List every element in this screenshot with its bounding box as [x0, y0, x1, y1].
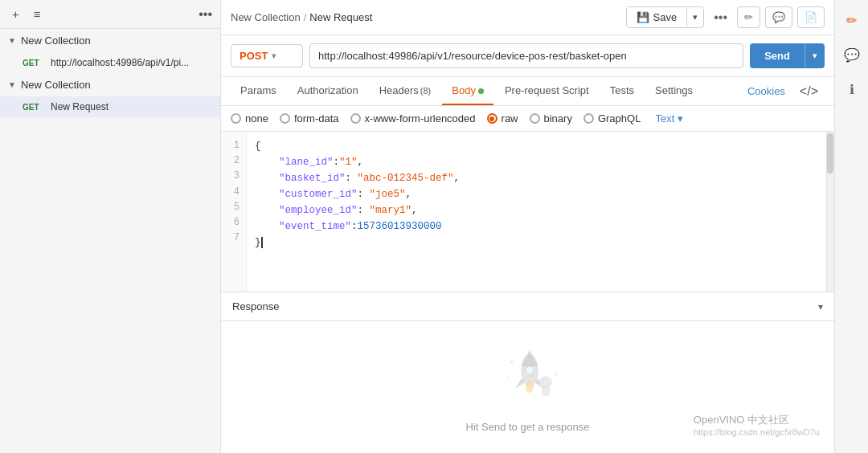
collection-2-name: New Collection — [21, 79, 91, 91]
topbar-dots-button[interactable]: ••• — [709, 7, 732, 28]
sidebar-item-new-request-label: New Request — [51, 101, 108, 112]
chevron-down-icon-2: ▼ — [8, 80, 16, 89]
send-button-group: Send ▾ — [750, 43, 825, 68]
tab-tests[interactable]: Tests — [600, 77, 644, 105]
response-expand-button[interactable]: ▾ — [818, 301, 823, 312]
body-option-raw-label: raw — [502, 112, 518, 124]
save-label: Save — [653, 11, 678, 23]
request-bar: POST ▾ Send ▾ — [221, 35, 834, 77]
collection-2-header[interactable]: ▼ New Collection — [0, 73, 220, 96]
comment-icon-button[interactable]: 💬 — [765, 6, 792, 28]
top-bar-actions: 💾 Save ▾ ••• ✏ 💬 📄 — [626, 6, 825, 28]
main-content: New Collection / New Request 💾 Save ▾ ••… — [221, 0, 834, 453]
response-label: Response — [232, 300, 280, 312]
body-format-select[interactable]: Text ▾ — [655, 112, 683, 124]
chevron-down-icon: ▼ — [8, 36, 16, 45]
body-option-form-data[interactable]: form-data — [280, 112, 339, 124]
collection-1: ▼ New Collection GET http://localhost:49… — [0, 29, 220, 73]
body-option-urlencoded[interactable]: x-www-form-urlencoded — [350, 112, 476, 124]
radio-binary — [530, 113, 540, 124]
body-dot — [478, 88, 484, 94]
sidebar: + ≡ ••• ▼ New Collection GET http://loca… — [0, 0, 221, 453]
method-label: POST — [240, 50, 268, 62]
right-info-button[interactable]: ℹ — [845, 77, 859, 102]
radio-none — [231, 113, 241, 124]
save-dropdown-button[interactable]: ▾ — [686, 8, 703, 27]
method-select[interactable]: POST ▾ — [231, 44, 303, 67]
tab-params[interactable]: Params — [231, 77, 286, 105]
breadcrumb: New Collection / New Request — [231, 11, 620, 23]
sidebar-dots-button[interactable]: ••• — [199, 7, 212, 22]
body-option-raw[interactable]: raw — [487, 112, 518, 124]
body-option-binary-label: binary — [544, 112, 572, 124]
tab-headers[interactable]: Headers(8) — [370, 77, 441, 105]
radio-urlencoded — [350, 113, 361, 124]
tab-settings[interactable]: Settings — [645, 77, 702, 105]
cookies-button[interactable]: Cookies — [741, 82, 792, 100]
method-badge-get: GET — [23, 59, 45, 67]
svg-point-12 — [555, 373, 557, 375]
svg-point-9 — [510, 361, 513, 363]
body-options: none form-data x-www-form-urlencoded raw… — [221, 106, 834, 132]
save-button[interactable]: 💾 Save — [627, 7, 687, 27]
tab-authorization[interactable]: Authorization — [288, 77, 368, 105]
body-option-form-data-label: form-data — [294, 112, 339, 124]
body-option-none-label: none — [245, 112, 268, 124]
editor-scrollbar[interactable] — [826, 132, 834, 292]
send-dropdown-button[interactable]: ▾ — [805, 44, 825, 67]
body-option-urlencoded-label: x-www-form-urlencoded — [365, 112, 476, 124]
response-area: Response ▾ — [221, 292, 834, 453]
url-input[interactable] — [309, 43, 743, 68]
sidebar-toolbar: + ≡ ••• — [0, 0, 220, 29]
sidebar-item-new-request[interactable]: GET New Request — [0, 96, 220, 117]
editor-area: 1234567 { "lane_id":"1", "basket_id": "a… — [221, 132, 834, 292]
breadcrumb-separator: / — [304, 11, 307, 23]
tab-pre-request[interactable]: Pre-request Script — [495, 77, 599, 105]
svg-point-11 — [507, 378, 509, 379]
svg-point-8 — [542, 379, 549, 386]
doc-icon-button[interactable]: 📄 — [797, 6, 825, 28]
top-bar: New Collection / New Request 💾 Save ▾ ••… — [221, 0, 834, 35]
collection-1-header[interactable]: ▼ New Collection — [0, 29, 220, 52]
save-button-group: 💾 Save ▾ — [626, 6, 705, 28]
svg-point-10 — [551, 357, 553, 359]
response-body: Hit Send to get a response — [221, 321, 834, 453]
body-format-arrow: ▾ — [678, 112, 683, 124]
radio-graphql — [583, 113, 594, 124]
sidebar-item-get-request[interactable]: GET http://localhost:49986/api/v1/pi... — [0, 52, 220, 73]
right-comment-button[interactable]: 💬 — [839, 43, 865, 67]
rocket-illustration — [496, 342, 560, 406]
method-badge-get-2: GET — [23, 103, 45, 112]
edit-icon-button[interactable]: ✏ — [737, 6, 760, 28]
right-edit-button[interactable]: ✏ — [841, 8, 862, 33]
sidebar-item-label: http://localhost:49986/api/v1/pi... — [51, 57, 189, 68]
line-numbers: 1234567 — [221, 132, 247, 292]
body-option-graphql-label: GraphQL — [598, 112, 641, 124]
send-button[interactable]: Send — [750, 43, 805, 68]
collection-2: ▼ New Collection GET New Request — [0, 73, 220, 117]
scrollbar-thumb — [827, 133, 833, 173]
filter-button[interactable]: ≡ — [30, 5, 45, 23]
body-option-none[interactable]: none — [231, 112, 268, 124]
radio-raw — [487, 113, 497, 124]
breadcrumb-collection: New Collection — [231, 11, 301, 23]
headers-badge: (8) — [420, 86, 431, 96]
editor-content: 1234567 { "lane_id":"1", "basket_id": "a… — [221, 132, 834, 292]
svg-rect-7 — [542, 387, 549, 395]
code-editor[interactable]: { "lane_id":"1", "basket_id": "abc-01234… — [247, 132, 826, 292]
body-option-binary[interactable]: binary — [530, 112, 572, 124]
tabs-bar: Params Authorization Headers(8) Body Pre… — [221, 77, 834, 106]
right-sidebar: ✏ 💬 ℹ — [834, 0, 868, 453]
collection-1-name: New Collection — [21, 35, 91, 47]
save-icon: 💾 — [637, 11, 649, 23]
radio-form-data — [280, 113, 290, 124]
method-arrow-icon: ▾ — [272, 51, 276, 60]
body-format-label: Text — [655, 112, 674, 124]
svg-point-2 — [526, 380, 534, 393]
body-option-graphql[interactable]: GraphQL — [583, 112, 641, 124]
svg-point-5 — [526, 366, 534, 374]
tab-body[interactable]: Body — [442, 77, 493, 105]
code-view-button[interactable]: </> — [793, 81, 825, 102]
response-header: Response ▾ — [221, 292, 834, 321]
add-button[interactable]: + — [8, 5, 23, 23]
